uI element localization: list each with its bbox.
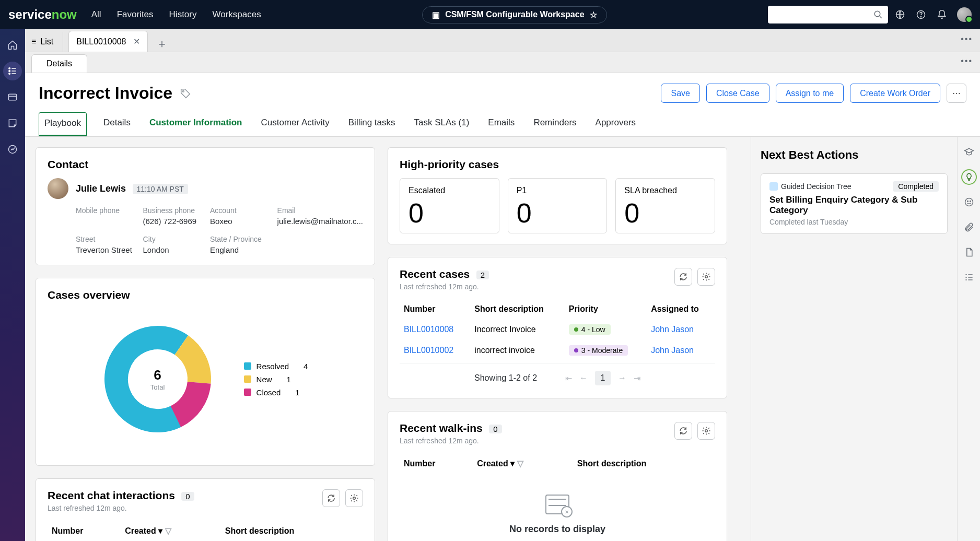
rrail-doc-icon[interactable] bbox=[961, 244, 977, 260]
rrail-attach-icon[interactable] bbox=[961, 219, 977, 235]
rail-card-icon[interactable] bbox=[3, 88, 22, 107]
help-icon[interactable] bbox=[915, 9, 927, 20]
search-input[interactable] bbox=[773, 10, 873, 19]
sort-icon[interactable]: ▾ bbox=[158, 526, 162, 535]
field-value: London bbox=[143, 245, 200, 254]
section-tab-playbook[interactable]: Playbook bbox=[39, 112, 87, 136]
nav-workspaces[interactable]: Workspaces bbox=[212, 9, 261, 20]
section-tab-task-slas[interactable]: Task SLAs (1) bbox=[412, 112, 472, 136]
col-priority[interactable]: Priority bbox=[565, 299, 647, 319]
section-tab-approvers[interactable]: Approvers bbox=[593, 112, 638, 136]
donut-legend: Resolved4 New1 Closed1 bbox=[244, 362, 308, 397]
rail-list-icon[interactable] bbox=[3, 62, 22, 80]
svg-point-13 bbox=[353, 497, 356, 500]
svg-point-14 bbox=[705, 276, 708, 278]
settings-button[interactable] bbox=[345, 489, 363, 507]
field-label: City bbox=[143, 235, 200, 243]
col-assigned-to[interactable]: Assigned to bbox=[647, 299, 715, 319]
star-icon[interactable]: ☆ bbox=[590, 10, 597, 20]
recent-walkins-card: Recent walk-ins 0 Last refreshed 12m ago… bbox=[388, 411, 727, 541]
subtab-details[interactable]: Details bbox=[31, 54, 87, 73]
assign-to-me-button[interactable]: Assign to me bbox=[776, 84, 844, 103]
section-tab-details[interactable]: Details bbox=[101, 112, 133, 136]
rrail-list-icon[interactable] bbox=[961, 269, 977, 285]
nav-favorites[interactable]: Favorites bbox=[117, 9, 154, 20]
create-work-order-button[interactable]: Create Work Order bbox=[850, 84, 940, 103]
refresh-button[interactable] bbox=[322, 489, 340, 507]
pager-first-icon[interactable]: ⇤ bbox=[565, 373, 572, 383]
product-logo: servicenow bbox=[8, 7, 77, 22]
section-tab-reminders[interactable]: Reminders bbox=[531, 112, 578, 136]
col-number[interactable]: Number bbox=[400, 453, 473, 474]
bell-icon[interactable] bbox=[936, 9, 948, 20]
nav-history[interactable]: History bbox=[169, 9, 197, 20]
new-tab-button[interactable]: ＋ bbox=[156, 36, 168, 52]
col-created[interactable]: Created ▾ ▽ bbox=[121, 521, 221, 541]
search-icon[interactable] bbox=[873, 10, 883, 19]
tab-record-label: BILL0010008 bbox=[76, 37, 126, 46]
recent-walkins-count: 0 bbox=[489, 425, 501, 433]
nav-all[interactable]: All bbox=[91, 9, 101, 20]
tab-list[interactable]: ≡ List bbox=[25, 32, 63, 52]
rail-analytics-icon[interactable] bbox=[3, 140, 22, 159]
nba-status: Completed bbox=[893, 181, 939, 192]
section-tab-customer-information[interactable]: Customer Information bbox=[147, 112, 244, 136]
settings-button[interactable] bbox=[697, 422, 715, 440]
assigned-link[interactable]: John Jason bbox=[647, 340, 715, 361]
recent-cases-count: 2 bbox=[476, 270, 489, 279]
field-value: Boxeo bbox=[210, 217, 267, 226]
table-row[interactable]: BILL0010008 Incorrect Invoice 4 - Low Jo… bbox=[400, 319, 715, 340]
sort-icon[interactable]: ▾ bbox=[510, 459, 515, 468]
more-actions-button[interactable]: ⋯ bbox=[947, 84, 966, 103]
assigned-link[interactable]: John Jason bbox=[647, 319, 715, 340]
col-number[interactable]: Number bbox=[48, 521, 121, 541]
empty-state-text: No records to display bbox=[509, 524, 605, 535]
case-number-link[interactable]: BILL0010008 bbox=[400, 319, 470, 340]
rail-inbox-icon[interactable] bbox=[3, 114, 22, 133]
col-number[interactable]: Number bbox=[400, 299, 470, 319]
col-created[interactable]: Created ▾ ▽ bbox=[473, 453, 573, 474]
section-tab-billing-tasks[interactable]: Billing tasks bbox=[346, 112, 398, 136]
case-number-link[interactable]: BILL0010002 bbox=[400, 340, 470, 361]
legend-count: 1 bbox=[287, 375, 291, 384]
hp-value: 0 bbox=[409, 197, 491, 229]
section-tab-customer-activity[interactable]: Customer Activity bbox=[259, 112, 331, 136]
global-search[interactable] bbox=[768, 6, 888, 23]
pager-last-icon[interactable]: ⇥ bbox=[634, 373, 640, 383]
rrail-smile-icon[interactable] bbox=[961, 194, 977, 210]
filter-icon[interactable]: ▽ bbox=[165, 526, 171, 535]
user-avatar[interactable] bbox=[957, 7, 972, 22]
pager-prev-icon[interactable]: ← bbox=[579, 373, 588, 383]
cases-donut-chart: 6 Total bbox=[103, 324, 213, 434]
section-tab-emails[interactable]: Emails bbox=[486, 112, 517, 136]
settings-button[interactable] bbox=[697, 268, 715, 286]
filter-icon[interactable]: ▽ bbox=[517, 459, 523, 468]
rrail-cap-icon[interactable] bbox=[961, 144, 977, 160]
svg-point-9 bbox=[183, 90, 184, 92]
col-short-description[interactable]: Short description bbox=[470, 299, 565, 319]
nba-item[interactable]: Guided Decision Tree Completed Set Billi… bbox=[761, 173, 948, 234]
pager-next-icon[interactable]: → bbox=[618, 373, 626, 383]
col-short-description[interactable]: Short description bbox=[573, 453, 715, 474]
hamburger-icon: ≡ bbox=[31, 37, 36, 46]
refresh-button[interactable] bbox=[674, 422, 692, 440]
rail-home-icon[interactable] bbox=[3, 36, 22, 54]
workspace-chip[interactable]: ▣ CSM/FSM Configurable Workspace ☆ bbox=[422, 6, 606, 23]
field-value: julie.lewis@mailnator.c... bbox=[277, 217, 363, 226]
tab-record[interactable]: BILL0010008 ✕ bbox=[68, 31, 148, 52]
legend-label: Closed bbox=[256, 388, 281, 397]
refresh-button[interactable] bbox=[674, 268, 692, 286]
subtabs-more-icon[interactable]: ••• bbox=[961, 56, 973, 66]
table-row[interactable]: BILL0010002 incorrect invoice 3 - Modera… bbox=[400, 340, 715, 361]
col-short-description[interactable]: Short description bbox=[221, 521, 363, 541]
tag-icon[interactable] bbox=[180, 88, 191, 99]
svg-point-4 bbox=[9, 68, 10, 69]
close-case-button[interactable]: Close Case bbox=[706, 84, 769, 103]
rrail-bulb-icon[interactable] bbox=[961, 169, 977, 185]
save-button[interactable]: Save bbox=[661, 84, 699, 103]
tabs-more-icon[interactable]: ••• bbox=[961, 34, 973, 44]
globe-icon[interactable] bbox=[894, 9, 906, 20]
recent-cases-card: Recent cases 2 Last refreshed 12m ago. bbox=[388, 257, 727, 398]
svg-rect-7 bbox=[9, 94, 17, 100]
close-icon[interactable]: ✕ bbox=[133, 37, 140, 46]
